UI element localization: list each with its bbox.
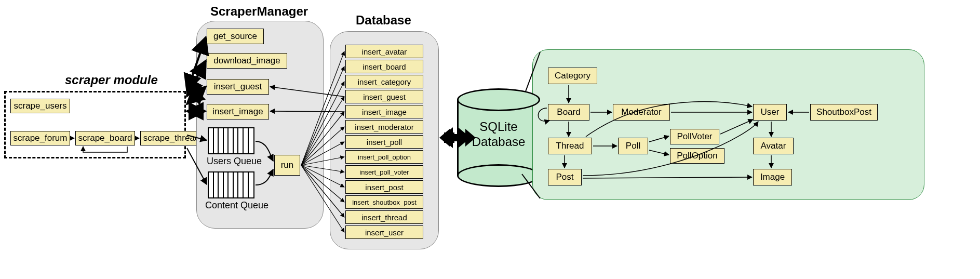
db-insert-user: insert_user bbox=[345, 225, 423, 239]
box-get-source: get_source bbox=[207, 29, 264, 44]
box-run: run bbox=[274, 155, 300, 176]
db-insert-post: insert_post bbox=[345, 180, 423, 194]
schema-board: Board bbox=[548, 104, 589, 121]
users-queue-label: Users Queue bbox=[207, 156, 262, 167]
db-insert-poll-option: insert_poll_option bbox=[345, 150, 423, 164]
schema-poll: Poll bbox=[618, 138, 648, 154]
db-insert-avatar: insert_avatar bbox=[345, 45, 423, 58]
schema-moderator: Moderator bbox=[613, 104, 670, 121]
svg-marker-24 bbox=[440, 127, 453, 148]
box-scrape-users: scrape_users bbox=[10, 99, 70, 113]
db-insert-board: insert_board bbox=[345, 60, 423, 73]
db-insert-poll: insert_poll bbox=[345, 135, 423, 149]
sqlite-label-2: Database bbox=[472, 135, 526, 149]
database-title: Database bbox=[356, 13, 411, 28]
schema-shoutboxpost: ShoutboxPost bbox=[810, 104, 878, 121]
box-insert-guest-sm: insert_guest bbox=[207, 79, 269, 95]
db-insert-shoutbox-post: insert_shoutbox_post bbox=[345, 195, 423, 209]
schema-user: User bbox=[753, 104, 787, 121]
box-insert-image-sm: insert_image bbox=[207, 104, 269, 119]
schema-image: Image bbox=[753, 169, 792, 185]
db-insert-moderator: insert_moderator bbox=[345, 120, 423, 134]
svg-rect-23 bbox=[444, 132, 454, 143]
sqlite-database-icon: SQLite Database bbox=[457, 88, 540, 187]
db-insert-thread: insert_thread bbox=[345, 210, 423, 224]
schema-avatar: Avatar bbox=[753, 138, 794, 154]
schema-category: Category bbox=[548, 68, 597, 84]
schema-post: Post bbox=[548, 169, 582, 185]
db-insert-category: insert_category bbox=[345, 75, 423, 88]
content-queue bbox=[208, 171, 254, 198]
box-scrape-forum: scrape_forum bbox=[10, 131, 70, 145]
schema-thread: Thread bbox=[548, 138, 592, 154]
users-queue bbox=[208, 127, 254, 154]
db-insert-image: insert_image bbox=[345, 105, 423, 118]
schema-polloption: PollOption bbox=[670, 148, 724, 164]
box-scrape-board: scrape_board bbox=[75, 131, 135, 145]
content-queue-label: Content Queue bbox=[205, 200, 269, 211]
box-scrape-thread: scrape_thread bbox=[140, 131, 203, 145]
box-download-image: download_image bbox=[207, 53, 287, 69]
diagram-canvas: scraper module scrape_users scrape_forum… bbox=[0, 0, 980, 279]
schema-pollvoter: PollVoter bbox=[670, 129, 719, 144]
scraper-manager-title: ScraperManager bbox=[210, 4, 308, 19]
scraper-module-title: scraper module bbox=[65, 73, 158, 87]
sqlite-label-1: SQLite bbox=[479, 119, 517, 134]
db-insert-guest: insert_guest bbox=[345, 90, 423, 103]
db-insert-poll-voter: insert_poll_voter bbox=[345, 165, 423, 179]
